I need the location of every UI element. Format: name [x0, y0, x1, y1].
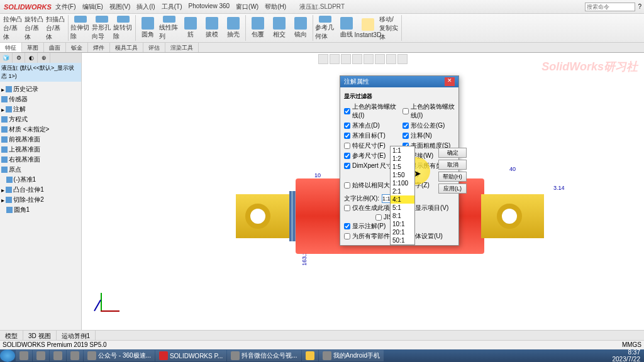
check-feat-dim[interactable] — [344, 143, 350, 149]
tab-mold[interactable]: 模具工具 — [110, 43, 143, 52]
task-item[interactable]: 抖音微信公众号视... — [227, 350, 301, 361]
check-notes[interactable] — [402, 133, 409, 139]
scale-option[interactable]: 1:2 — [391, 155, 414, 163]
mirror-button[interactable]: 镜向 — [291, 16, 311, 41]
scale-option[interactable]: 8:1 — [391, 212, 414, 220]
view-btn[interactable] — [318, 54, 328, 64]
menu-photoview[interactable]: Photoview 360 — [188, 3, 230, 11]
search-input[interactable] — [585, 3, 635, 11]
tree-item[interactable]: (-)基准1 — [1, 175, 80, 185]
tree-item[interactable]: 方程式 — [1, 114, 80, 124]
scale-option[interactable]: 10:1 — [391, 220, 414, 228]
instant3d-button[interactable]: Instant3D — [358, 16, 378, 41]
tree-item[interactable]: 原点 — [1, 165, 80, 175]
scale-option[interactable]: 2:1 — [391, 187, 414, 195]
ok-button[interactable]: 确定 — [438, 148, 467, 158]
apply-button[interactable]: 应用(L) — [438, 184, 467, 194]
scale-option[interactable]: 1:100 — [391, 179, 414, 187]
tree-item[interactable]: 传感器 — [1, 94, 80, 104]
task-item[interactable] — [67, 350, 83, 361]
tab-sketch[interactable]: 草图 — [22, 43, 44, 52]
view-btn[interactable] — [364, 54, 374, 64]
view-btn[interactable] — [341, 54, 351, 64]
tree-root[interactable]: 液压缸 (默认<<默认>_显示状态 1>) — [0, 63, 81, 82]
task-item[interactable]: 公众号 - 360极速... — [84, 350, 155, 361]
task-item[interactable]: 我的Android手机 — [319, 350, 384, 361]
task-item[interactable]: SOLIDWORKS P... — [155, 350, 226, 361]
check-shaded-thread[interactable] — [402, 108, 409, 114]
check-datum-target[interactable] — [344, 133, 350, 139]
view-btn[interactable] — [375, 54, 385, 64]
revolve-boss-button[interactable]: 旋转凸台/基体 — [25, 16, 45, 41]
config-tab-icon[interactable]: ⚙ — [13, 53, 25, 63]
wrap-button[interactable]: 包覆 — [248, 16, 268, 41]
check-dimxpert[interactable] — [344, 163, 350, 169]
extrude-cut-button[interactable]: 拉伸切除 — [70, 16, 91, 41]
task-item[interactable] — [16, 350, 32, 361]
check-same-size[interactable] — [344, 182, 350, 189]
view-btn[interactable] — [397, 54, 408, 64]
menu-insert[interactable]: 插入(I) — [136, 3, 155, 11]
move-body-button[interactable]: 移动/复制实体 — [379, 16, 399, 41]
ref-geometry-button[interactable]: 参考几何体 — [315, 16, 335, 41]
extrude-boss-button[interactable]: 拉伸凸台/基体 — [3, 16, 23, 41]
tree-item[interactable]: ▸历史记录 — [1, 84, 80, 94]
tree-item[interactable]: 前视基准面 — [1, 134, 80, 145]
check-datum[interactable] — [344, 123, 350, 129]
menu-file[interactable]: 文件(F) — [55, 3, 76, 11]
scale-option[interactable]: 5:1 — [391, 204, 414, 212]
sweep-boss-button[interactable]: 扫描凸台/基体 — [46, 16, 66, 41]
tab-evaluate[interactable]: 评估 — [143, 43, 165, 52]
check-jis[interactable] — [375, 214, 382, 221]
task-item[interactable] — [33, 350, 49, 361]
shell-button[interactable]: 抽壳 — [223, 16, 243, 41]
close-icon[interactable]: ✕ — [445, 77, 455, 86]
scale-option[interactable]: 1:1 — [391, 146, 414, 155]
cancel-button[interactable]: 取消 — [438, 160, 467, 170]
tab-features[interactable]: 特征 — [0, 43, 22, 52]
display-tab-icon[interactable]: ◐ — [25, 53, 38, 63]
tab-3dview[interactable]: 3D 视图 — [23, 331, 57, 340]
check-ref-dim[interactable] — [344, 153, 350, 159]
tree-tab-icon[interactable]: 🧊 — [0, 53, 13, 63]
menu-edit[interactable]: 编辑(E) — [82, 3, 103, 11]
tree-item[interactable]: 上视基准面 — [1, 145, 80, 155]
intersect-button[interactable]: 相交 — [269, 16, 289, 41]
help-button[interactable]: 帮助(H) — [438, 172, 467, 182]
tab-surface[interactable]: 曲面 — [44, 43, 66, 52]
scale-option[interactable]: 50:1 — [391, 236, 414, 244]
fillet-button[interactable]: 圆角 — [138, 16, 158, 41]
revolve-cut-button[interactable]: 旋转切除 — [113, 16, 133, 41]
pattern-button[interactable]: 线性阵列 — [159, 16, 179, 41]
tree-item[interactable]: 右视基准面 — [1, 155, 80, 165]
check-gtol[interactable] — [402, 123, 409, 129]
start-button[interactable] — [0, 349, 15, 362]
scale-option[interactable]: 1:5 — [391, 163, 414, 171]
view-btn[interactable] — [386, 54, 396, 64]
tab-model[interactable]: 模型 — [0, 331, 23, 340]
check-thread[interactable] — [344, 108, 350, 114]
hole-wizard-button[interactable]: 异形孔向导 — [92, 16, 112, 41]
check-use-assy[interactable] — [344, 233, 350, 239]
menu-tools[interactable]: 工具(T) — [162, 3, 182, 11]
menu-window[interactable]: 窗口(W) — [236, 3, 258, 11]
task-item[interactable] — [50, 350, 66, 361]
rib-button[interactable]: 筋 — [180, 16, 201, 41]
help-icon[interactable]: ? — [638, 3, 641, 10]
tab-render[interactable]: 渲染工具 — [165, 43, 199, 52]
scale-option[interactable]: 4:1 — [391, 195, 414, 204]
view-btn[interactable] — [330, 54, 340, 64]
scale-option[interactable]: 1:50 — [391, 171, 414, 179]
tab-motion[interactable]: 运动算例1 — [57, 331, 96, 340]
tree-item[interactable]: 圆角1 — [1, 205, 80, 215]
menu-help[interactable]: 帮助(H) — [265, 3, 286, 11]
tree-item[interactable]: ▸注解 — [1, 104, 80, 114]
tab-sheetmetal[interactable]: 钣金 — [66, 43, 88, 52]
appearance-tab-icon[interactable]: ⊕ — [38, 53, 50, 63]
tree-item[interactable]: ▸凸台-拉伸1 — [1, 185, 80, 195]
view-btn[interactable] — [352, 54, 362, 64]
tab-weldments[interactable]: 焊件 — [88, 43, 110, 52]
task-item[interactable] — [302, 350, 318, 361]
draft-button[interactable]: 拔模 — [202, 16, 222, 41]
system-tray[interactable]: 8:372023/7/22 — [609, 349, 645, 362]
